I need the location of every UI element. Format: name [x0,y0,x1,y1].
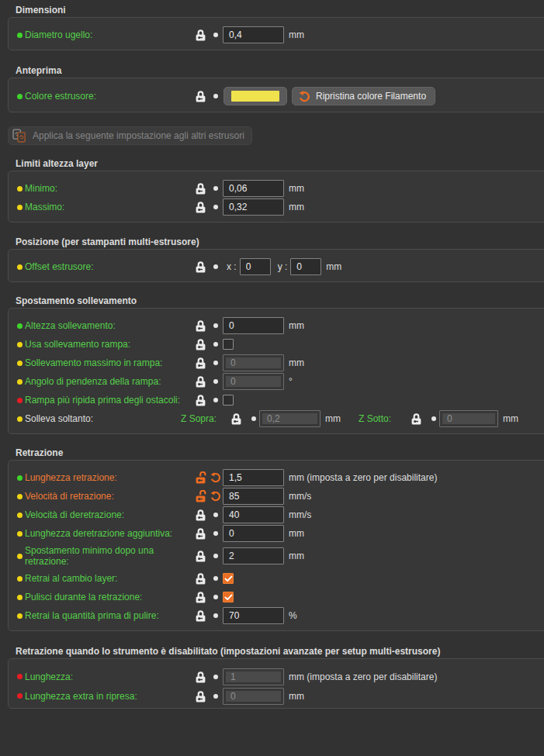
scope-dot-yellow [17,205,23,210]
undo-icon [210,472,221,483]
dot-icon [213,531,218,536]
z-below-label: Z Sotto: [359,413,391,424]
system-value-lock-button[interactable] [196,572,207,585]
min-layer-height-input[interactable] [223,180,284,197]
lift-height-input[interactable] [223,317,284,334]
value-unchanged-dot [210,90,222,102]
setting-label: Lunghezza deretrazione aggiuntiva: [25,528,189,539]
ramping-slope-angle-input [223,373,284,390]
retraction-extra-length-on-restart-input [223,688,284,705]
lock-closed-icon [196,550,206,562]
system-value-unlocked-button[interactable] [196,471,207,484]
value-unchanged-dot [210,572,222,585]
lift-only-z-below-input [439,410,498,427]
lock-closed-icon [196,261,206,273]
undo-icon [210,491,221,502]
steeper-ramp-before-obstacles-checkbox[interactable] [223,395,234,406]
lock-open-icon [196,490,207,502]
scope-dot-red [17,398,23,403]
max-ramping-lift-input [223,354,284,371]
setting-row-steeper-ramp-before-obstacles: Rampa più ripida prima degli ostacoli: [9,391,544,409]
dot-icon [213,94,218,98]
unit-label: % [289,610,297,621]
y-offset-label: y : [278,261,288,272]
scope-dot-yellow [17,342,23,347]
system-value-lock-button[interactable] [196,201,207,213]
setting-label: Lunghezza retrazione: [25,472,189,483]
system-value-lock-button[interactable] [196,29,207,41]
value-unchanged-dot [210,509,222,521]
system-value-lock-button[interactable] [196,182,207,195]
setting-control: mm/s [223,488,311,505]
section-title: Dimensioni [16,5,544,16]
value-unchanged-dot [210,375,222,388]
setting-row-retraction-speed: Velocità di retrazione:mm/s [9,487,544,506]
setting-row-retract-amount-before-wipe: Retrai la quantità prima di pulire:% [9,606,544,625]
unit-label: mm [326,261,341,272]
revert-value-button[interactable] [210,471,222,484]
system-value-lock-button[interactable] [196,375,207,388]
setting-label: Pulisci durante la retrazione: [25,592,189,602]
dot-icon [213,694,218,699]
retraction-length-input[interactable] [223,469,284,486]
system-value-lock-button[interactable] [196,394,207,406]
retract-amount-before-wipe-input[interactable] [223,607,284,624]
system-value-lock-button[interactable] [196,319,207,332]
apply-to-other-extruders-button: Applica la seguente impostazione agli al… [8,126,252,145]
unit-label: mm/s [289,509,311,520]
system-value-lock-button[interactable] [196,357,207,369]
system-value-lock-button[interactable] [196,550,207,562]
section-box: Colore estrusore:Ripristina colore Filam… [8,78,544,112]
system-value-lock-button[interactable] [196,671,207,683]
scope-dot-yellow [17,595,23,600]
scope-dot-yellow [17,361,23,366]
system-value-lock-button[interactable] [196,338,207,350]
system-value-lock-button[interactable] [196,591,207,603]
value-unchanged-dot [210,261,222,273]
system-value-lock-button[interactable] [196,90,207,102]
scope-dot-green [17,323,23,329]
system-value-unlocked-button[interactable] [196,490,207,502]
extra-deretraction-length-input[interactable] [223,525,284,542]
value-unchanged-dot [210,527,222,540]
system-value-lock-button[interactable] [196,690,207,702]
setting-control: mm [223,180,304,197]
setting-control: mm (imposta a zero per disabilitare) [223,668,437,685]
deretraction-speed-input[interactable] [223,506,284,523]
lock-closed-icon [196,591,206,603]
unit-label: mm (imposta a zero per disabilitare) [289,671,437,682]
revert-value-button[interactable] [210,490,222,502]
system-value-lock-button[interactable] [196,609,207,622]
nozzle-diameter-input[interactable] [223,26,284,43]
extruder-offset-x-input[interactable] [240,258,271,275]
z-above-label: Z Sopra: [181,413,217,424]
extruder-offset-y-input[interactable] [290,258,321,275]
system-value-lock-button[interactable] [196,527,207,540]
reset-filament-color-button[interactable]: Ripristina colore Filamento [292,87,435,105]
lock-closed-icon [196,671,206,683]
section-title: Limiti altezza layer [16,159,544,169]
section-box: Lunghezza:mm (imposta a zero per disabil… [8,658,544,709]
system-value-lock-button[interactable] [231,413,243,425]
unit-label: mm [289,183,304,194]
system-value-lock-button[interactable] [411,413,423,425]
setting-control: mm [223,317,304,334]
system-value-lock-button[interactable] [196,509,207,521]
dot-icon [213,576,218,581]
section-title: Retrazione [16,448,544,458]
extruder-color-picker-button[interactable] [223,87,287,105]
min-travel-after-retraction-input[interactable] [223,547,284,564]
retract-on-layer-change-checkbox[interactable] [223,573,234,584]
setting-label: Velocità di deretrazione: [25,509,189,520]
value-unchanged-dot [210,357,222,369]
retraction-speed-input[interactable] [223,488,284,505]
use-ramping-lift-checkbox[interactable] [223,339,234,350]
section-box: Offset estrusore:x :y :mm [8,249,544,282]
wipe-while-retracting-checkbox[interactable] [223,592,234,602]
system-value-lock-button[interactable] [196,261,207,273]
unit-label: mm (imposta a zero per disabilitare) [289,472,437,483]
value-unchanged-dot [248,416,260,421]
max-layer-height-input[interactable] [223,198,284,216]
scope-dot-green [17,94,23,99]
x-offset-label: x : [227,261,237,272]
